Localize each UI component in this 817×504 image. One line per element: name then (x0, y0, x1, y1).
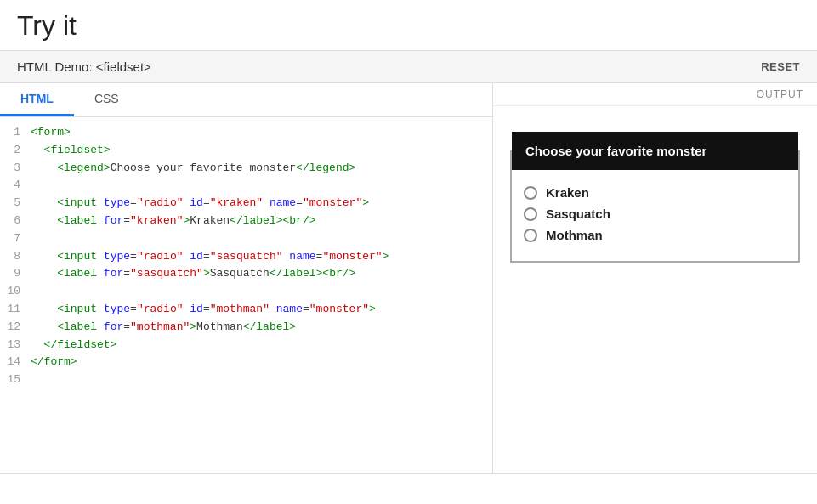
table-row: 6 <label for="kraken">Kraken</label><br/… (0, 212, 492, 230)
line-number: 6 (0, 212, 31, 230)
line-number: 2 (0, 142, 31, 160)
code-content: 1 <form> 2 <fieldset> 3 <legend>Choose y… (0, 117, 492, 473)
radio-label: Sasquatch (546, 207, 610, 221)
line-number: 9 (0, 265, 31, 283)
table-row: 8 <input type="radio" id="sasquatch" nam… (0, 248, 492, 266)
line-code[interactable]: </form> (31, 354, 492, 371)
line-number: 7 (0, 230, 31, 248)
table-row: 4 (0, 177, 492, 195)
line-code[interactable] (31, 230, 492, 248)
code-panel: HTML CSS 1 <form> 2 <fieldset> 3 <legend… (0, 83, 493, 473)
table-row: 14 </form> (0, 354, 492, 371)
table-row: 7 (0, 230, 492, 248)
table-row: 10 (0, 283, 492, 301)
radio-option: Sasquatch (524, 207, 786, 221)
line-code[interactable] (31, 177, 492, 195)
code-lines: 1 <form> 2 <fieldset> 3 <legend>Choose y… (0, 124, 492, 389)
line-number: 3 (0, 160, 31, 178)
demo-bar: HTML Demo: <fieldset> RESET (0, 51, 817, 83)
output-panel: OUTPUT Choose your favorite monster Krak… (493, 83, 817, 473)
line-number: 4 (0, 177, 31, 195)
line-code[interactable]: <label for="kraken">Kraken</label><br/> (31, 212, 492, 230)
table-row: 13 </fieldset> (0, 337, 492, 354)
table-row: 11 <input type="radio" id="mothman" name… (0, 301, 492, 319)
output-label: OUTPUT (493, 83, 817, 106)
tab-html[interactable]: HTML (0, 83, 74, 116)
radio-input[interactable] (524, 207, 537, 221)
reset-button[interactable]: RESET (761, 60, 800, 73)
line-code[interactable]: <input type="radio" id="sasquatch" name=… (31, 248, 492, 266)
table-row: 9 <label for="sasquatch">Sasquatch</labe… (0, 265, 492, 283)
table-row: 1 <form> (0, 124, 492, 142)
radio-option: Kraken (524, 185, 786, 200)
line-number: 14 (0, 354, 31, 371)
table-row: 3 <legend>Choose your favorite monster</… (0, 160, 492, 178)
radio-input[interactable] (524, 229, 537, 242)
line-number: 13 (0, 337, 31, 354)
line-code[interactable]: </fieldset> (31, 337, 492, 354)
line-number: 11 (0, 301, 31, 319)
fieldset-preview: Choose your favorite monster Kraken Sasq… (510, 132, 800, 263)
line-code[interactable] (31, 371, 492, 389)
table-row: 15 (0, 371, 492, 389)
table-row: 12 <label for="mothman">Mothman</label> (0, 319, 492, 337)
tab-css[interactable]: CSS (74, 83, 139, 116)
table-row: 5 <input type="radio" id="kraken" name="… (0, 195, 492, 212)
line-code[interactable]: <input type="radio" id="mothman" name="m… (31, 301, 492, 319)
output-content: Choose your favorite monster Kraken Sasq… (493, 106, 817, 473)
line-code[interactable]: <form> (31, 124, 492, 142)
line-code[interactable] (31, 283, 492, 301)
line-number: 1 (0, 124, 31, 142)
line-code[interactable]: <input type="radio" id="kraken" name="mo… (31, 195, 492, 212)
line-code[interactable]: <label for="sasquatch">Sasquatch</label>… (31, 265, 492, 283)
line-number: 10 (0, 283, 31, 301)
line-code[interactable]: <legend>Choose your favorite monster</le… (31, 160, 492, 178)
line-number: 8 (0, 248, 31, 266)
line-number: 12 (0, 319, 31, 337)
line-number: 15 (0, 371, 31, 389)
radio-label: Kraken (546, 185, 589, 200)
radio-input[interactable] (524, 186, 537, 200)
fieldset-options: Kraken Sasquatch Mothman (512, 170, 798, 261)
page-title: Try it (0, 0, 817, 51)
editor-area: HTML CSS 1 <form> 2 <fieldset> 3 <legend… (0, 83, 817, 474)
radio-label: Mothman (546, 228, 603, 242)
radio-option: Mothman (524, 228, 786, 242)
demo-bar-title: HTML Demo: <fieldset> (17, 59, 151, 74)
line-number: 5 (0, 195, 31, 212)
fieldset-legend: Choose your favorite monster (512, 132, 798, 170)
tabs: HTML CSS (0, 83, 492, 117)
line-code[interactable]: <fieldset> (31, 142, 492, 160)
line-code[interactable]: <label for="mothman">Mothman</label> (31, 319, 492, 337)
table-row: 2 <fieldset> (0, 142, 492, 160)
